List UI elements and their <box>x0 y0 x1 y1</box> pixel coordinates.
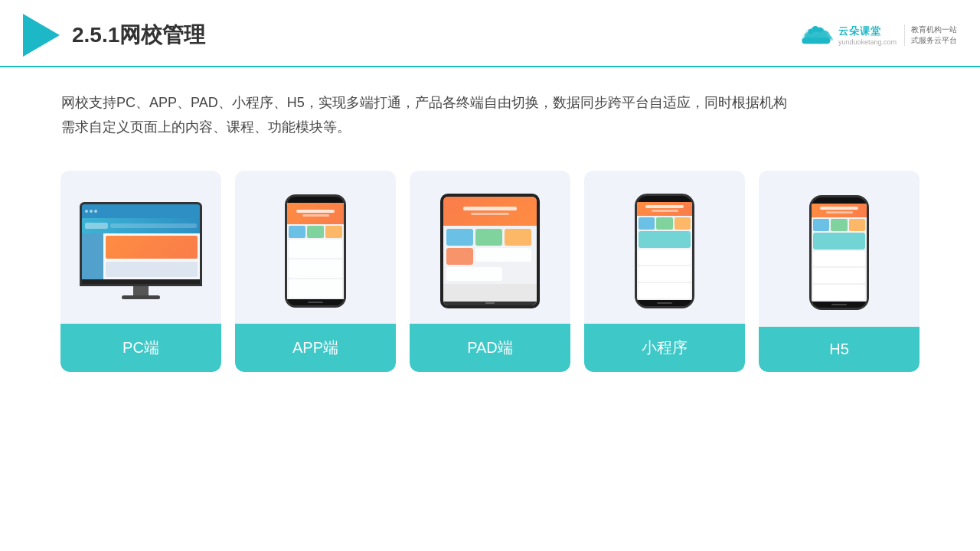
card-app: APP端 <box>235 171 396 372</box>
description-line1: 网校支持PC、APP、PAD、小程序、H5，实现多端打通，产品各终端自由切换，数… <box>61 90 919 115</box>
monitor-screen-top <box>82 204 200 218</box>
card-pc-image <box>60 171 221 324</box>
tablet-screen <box>443 197 537 305</box>
h5-notch <box>828 197 851 202</box>
logo-url: yunduoketang.com <box>838 38 897 46</box>
description-line2: 需求自定义页面上的内容、课程、功能模块等。 <box>61 115 919 139</box>
logo-main-text: 云朵课堂 <box>838 24 881 38</box>
svg-point-4 <box>808 29 812 34</box>
phone-bottom-bar <box>287 299 344 305</box>
monitor-stand <box>133 286 149 295</box>
card-pad-image <box>410 171 570 324</box>
svg-point-3 <box>812 26 818 32</box>
card-mini-image <box>584 171 745 324</box>
svg-point-5 <box>818 28 822 32</box>
card-h5-label: H5 <box>759 327 920 372</box>
card-h5: H5 <box>759 171 920 372</box>
h5-bottom-bar <box>812 302 867 308</box>
mini-bottom-bar <box>637 300 692 306</box>
mini-phone-mockup <box>635 194 694 308</box>
phone-notch <box>304 197 327 201</box>
play-icon <box>23 14 60 57</box>
card-app-label: APP端 <box>235 324 396 372</box>
header-left: 2.5.1网校管理 <box>23 14 205 57</box>
tablet-body <box>440 194 540 308</box>
h5-phone-body <box>809 195 869 310</box>
page-title: 2.5.1网校管理 <box>72 21 205 50</box>
cloud-icon <box>797 21 834 49</box>
brand-logo: 云朵课堂 yunduoketang.com 教育机构一站 式服务云平台 <box>797 21 957 49</box>
header-right: 云朵课堂 yunduoketang.com 教育机构一站 式服务云平台 <box>797 21 957 49</box>
mini-notch <box>653 196 676 201</box>
card-pad-label: PAD端 <box>410 324 570 372</box>
pc-mockup <box>80 202 202 299</box>
logo-tagline-1: 教育机构一站 <box>911 24 957 35</box>
logo-tagline: 教育机构一站 式服务云平台 <box>904 24 957 46</box>
header: 2.5.1网校管理 云朵课堂 yunduoketang.com 教育机构一站 <box>0 0 980 67</box>
card-pc: PC端 <box>60 171 221 372</box>
mini-phone-body <box>635 194 694 308</box>
phone-body <box>285 194 346 308</box>
h5-phone-mockup <box>809 195 869 310</box>
card-app-image <box>235 171 396 324</box>
platform-cards: PC端 <box>0 148 980 395</box>
monitor-body <box>80 202 202 286</box>
svg-rect-6 <box>802 37 830 44</box>
logo-tagline-2: 式服务云平台 <box>911 35 957 46</box>
app-phone-mockup <box>285 194 346 308</box>
card-mini: 小程序 <box>584 171 745 372</box>
card-pc-label: PC端 <box>60 324 221 372</box>
card-pad: PAD端 <box>410 171 570 372</box>
monitor-base <box>122 295 160 299</box>
pad-tablet-mockup <box>440 194 540 308</box>
card-h5-image <box>759 171 920 327</box>
card-mini-label: 小程序 <box>584 324 745 372</box>
logo-text-block: 云朵课堂 yunduoketang.com <box>838 24 897 46</box>
description-block: 网校支持PC、APP、PAD、小程序、H5，实现多端打通，产品各终端自由切换，数… <box>0 67 980 148</box>
